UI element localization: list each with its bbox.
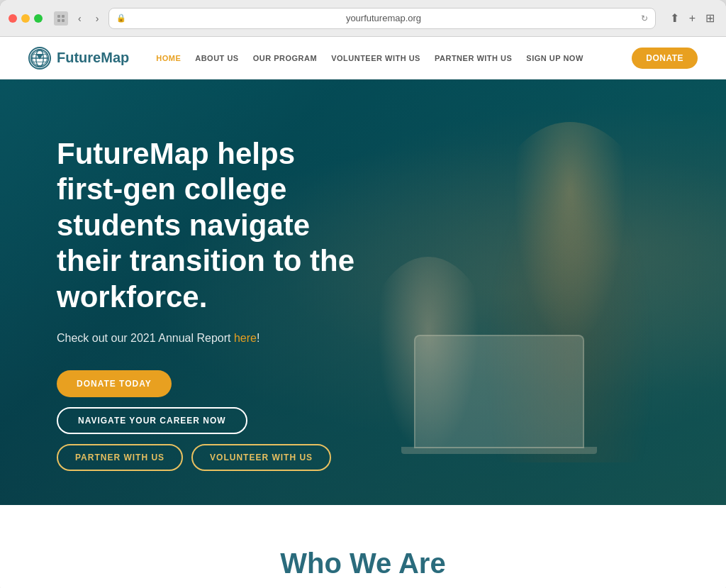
- navigate-career-button[interactable]: NAVIGATE YOUR CAREER NOW: [57, 407, 247, 434]
- logo-text: FutureMap: [57, 50, 129, 66]
- browser-dots: [9, 14, 43, 23]
- close-dot[interactable]: [9, 14, 17, 23]
- hero-laptop: [414, 335, 584, 448]
- address-bar[interactable]: 🔒 yourfuturemap.org ↻: [108, 8, 655, 29]
- svg-rect-0: [57, 15, 60, 18]
- back-button[interactable]: ‹: [74, 10, 86, 27]
- nav-program[interactable]: OUR PROGRAM: [247, 51, 323, 65]
- nav-links: HOME ABOUT US OUR PROGRAM VOLUNTEER WITH…: [150, 51, 618, 65]
- hero-buttons: DONATE TODAY NAVIGATE YOUR CAREER NOW PA…: [57, 370, 354, 471]
- nav-volunteer[interactable]: VOLUNTEER WITH US: [325, 51, 426, 65]
- nav-home[interactable]: HOME: [150, 51, 186, 65]
- website-content: FutureMap HOME ABOUT US OUR PROGRAM VOLU…: [0, 37, 726, 588]
- browser-window: ‹ › 🔒 yourfuturemap.org ↻ ⬆ + ⊞: [0, 0, 726, 588]
- minimize-dot[interactable]: [21, 14, 30, 23]
- reload-icon[interactable]: ↻: [641, 13, 648, 23]
- url-text: yourfuturemap.org: [130, 13, 636, 23]
- hero-subtitle-suffix: !: [257, 332, 259, 344]
- hero-btn-row: PARTNER WITH US VOLUNTEER WITH US: [57, 444, 331, 471]
- svg-point-5: [36, 49, 44, 67]
- toolbar-right: ⬆ + ⊞: [667, 9, 717, 28]
- navbar-donate-button[interactable]: DONATE: [632, 48, 698, 69]
- partner-with-us-button[interactable]: PARTNER WITH US: [57, 444, 183, 471]
- grid-button[interactable]: ⊞: [703, 9, 717, 28]
- hero-subtitle-text: Check out our 2021 Annual Report: [57, 332, 234, 344]
- donate-today-button[interactable]: DONATE TODAY: [57, 370, 172, 397]
- svg-rect-2: [57, 19, 60, 22]
- nav-about[interactable]: ABOUT US: [189, 51, 244, 65]
- window-icon: [54, 11, 68, 26]
- browser-toolbar: ‹ › 🔒 yourfuturemap.org ↻ ⬆ + ⊞: [0, 0, 726, 37]
- hero-annual-report-link[interactable]: here: [234, 332, 257, 344]
- volunteer-with-us-button[interactable]: VOLUNTEER WITH US: [191, 444, 331, 471]
- hero-section: FutureMap helps first-gen college studen…: [0, 79, 726, 505]
- hero-title: FutureMap helps first-gen college studen…: [57, 136, 354, 315]
- forward-button[interactable]: ›: [91, 10, 104, 27]
- svg-point-4: [31, 49, 49, 67]
- logo[interactable]: FutureMap: [28, 47, 129, 70]
- share-button[interactable]: ⬆: [667, 9, 682, 28]
- hero-subtitle: Check out our 2021 Annual Report here!: [57, 332, 354, 345]
- logo-icon: [28, 47, 51, 70]
- nav-signup[interactable]: SIGN UP NOW: [520, 51, 588, 65]
- who-we-are-section: Who We Are: [0, 505, 726, 588]
- lock-icon: 🔒: [116, 13, 126, 23]
- who-we-are-title: Who We Are: [28, 548, 698, 579]
- navbar: FutureMap HOME ABOUT US OUR PROGRAM VOLU…: [0, 37, 726, 79]
- hero-content: FutureMap helps first-gen college studen…: [0, 79, 411, 505]
- svg-rect-1: [62, 15, 65, 18]
- nav-partner[interactable]: PARTNER WITH US: [429, 51, 518, 65]
- new-tab-button[interactable]: +: [686, 9, 698, 28]
- svg-rect-3: [62, 19, 65, 22]
- maximize-dot[interactable]: [34, 14, 43, 23]
